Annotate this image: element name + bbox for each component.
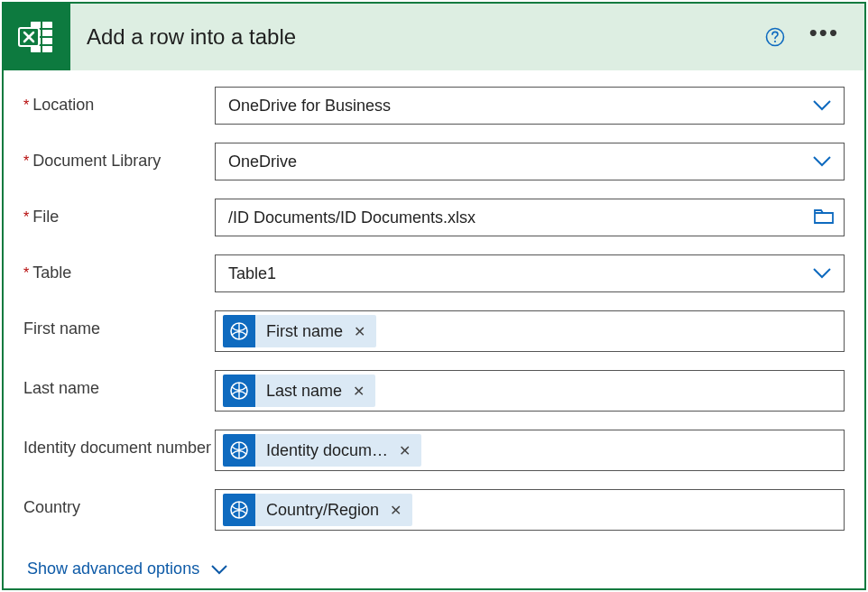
ai-token-icon xyxy=(223,494,255,526)
row-file: *File /ID Documents/ID Documents.xlsx xyxy=(23,199,845,236)
location-value: OneDrive for Business xyxy=(228,97,809,116)
id-number-field[interactable]: Identity docum… ✕ xyxy=(215,430,845,471)
label-file: *File xyxy=(23,199,215,227)
card-title: Add a row into a table xyxy=(70,24,764,50)
doc-library-dropdown[interactable]: OneDrive xyxy=(215,143,845,180)
row-doc-library: *Document Library OneDrive xyxy=(23,143,845,180)
chevron-down-icon xyxy=(809,267,835,280)
token-label: Country/Region xyxy=(255,501,388,520)
country-field[interactable]: Country/Region ✕ xyxy=(215,489,845,531)
label-first-name: First name xyxy=(23,310,215,338)
token-first-name[interactable]: First name ✕ xyxy=(223,315,376,347)
chevron-down-icon xyxy=(809,99,835,112)
show-advanced-options[interactable]: Show advanced options xyxy=(23,540,845,578)
svg-point-9 xyxy=(774,41,776,42)
label-last-name: Last name xyxy=(23,370,215,398)
row-last-name: Last name Last name ✕ xyxy=(23,370,845,412)
label-location: *Location xyxy=(23,87,215,115)
excel-icon xyxy=(4,4,70,70)
advanced-label: Show advanced options xyxy=(27,560,199,578)
label-id-number: Identity document number xyxy=(23,430,215,458)
token-remove-icon[interactable]: ✕ xyxy=(351,383,375,400)
token-remove-icon[interactable]: ✕ xyxy=(388,502,412,519)
location-dropdown[interactable]: OneDrive for Business xyxy=(215,87,845,125)
row-id-number: Identity document number Identity docum…… xyxy=(23,430,845,471)
label-country: Country xyxy=(23,489,215,517)
last-name-field[interactable]: Last name ✕ xyxy=(215,370,845,412)
doc-library-value: OneDrive xyxy=(228,153,809,171)
row-first-name: First name First name ✕ xyxy=(23,310,845,352)
token-last-name[interactable]: Last name ✕ xyxy=(223,375,375,407)
row-location: *Location OneDrive for Business xyxy=(23,87,845,125)
table-value: Table1 xyxy=(228,264,809,283)
file-value: /ID Documents/ID Documents.xlsx xyxy=(228,208,813,227)
token-id-number[interactable]: Identity docum… ✕ xyxy=(223,434,421,467)
header-actions: ••• xyxy=(764,26,864,48)
file-picker[interactable]: /ID Documents/ID Documents.xlsx xyxy=(215,199,845,236)
card-header: Add a row into a table ••• xyxy=(4,4,864,70)
card-body: *Location OneDrive for Business *Documen… xyxy=(4,70,864,587)
help-icon[interactable] xyxy=(764,26,786,48)
folder-icon[interactable] xyxy=(813,207,835,229)
ai-token-icon xyxy=(223,434,255,467)
chevron-down-icon xyxy=(210,564,228,575)
ai-token-icon xyxy=(223,315,255,347)
table-dropdown[interactable]: Table1 xyxy=(215,254,845,292)
row-country: Country Country/Region ✕ xyxy=(23,489,845,531)
label-table: *Table xyxy=(23,254,215,282)
token-remove-icon[interactable]: ✕ xyxy=(352,323,376,340)
token-remove-icon[interactable]: ✕ xyxy=(397,442,421,459)
label-doc-library: *Document Library xyxy=(23,143,215,171)
token-country[interactable]: Country/Region ✕ xyxy=(223,494,412,526)
action-card: Add a row into a table ••• *Location One… xyxy=(2,2,866,590)
token-label: Identity docum… xyxy=(255,441,397,460)
chevron-down-icon xyxy=(809,155,835,168)
ai-token-icon xyxy=(223,375,255,407)
token-label: Last name xyxy=(255,382,351,401)
more-icon[interactable]: ••• xyxy=(809,28,839,46)
first-name-field[interactable]: First name ✕ xyxy=(215,310,845,352)
row-table: *Table Table1 xyxy=(23,254,845,292)
token-label: First name xyxy=(255,322,352,341)
